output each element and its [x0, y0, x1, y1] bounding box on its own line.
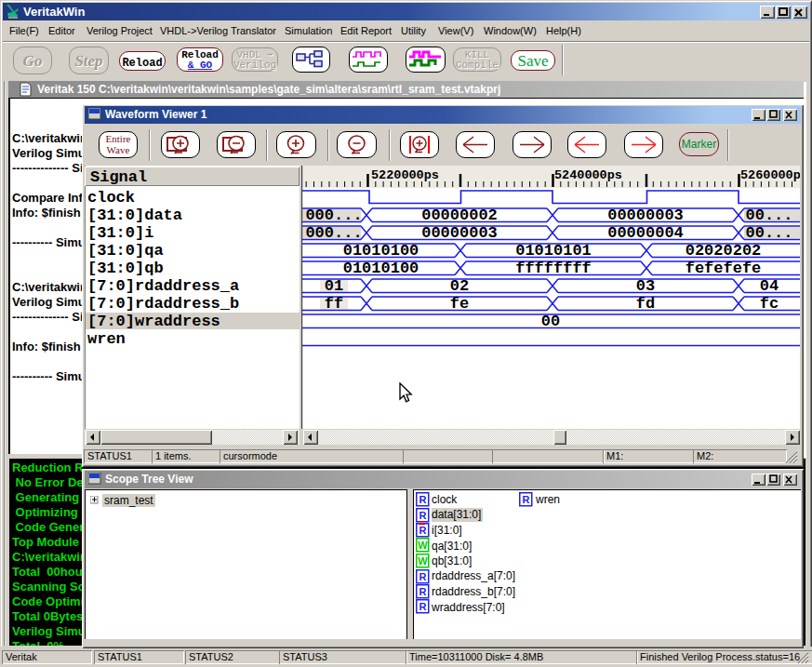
svg-text:01010101: 01010101: [515, 242, 592, 260]
svg-text:5260000ps: 5260000ps: [740, 168, 800, 182]
svg-text:00...: 00...: [745, 207, 792, 224]
svg-text:fefefefe: fefefefe: [686, 260, 762, 277]
svg-text:R: R: [523, 494, 530, 505]
svg-text:R: R: [419, 494, 427, 505]
svg-text:fe: fe: [450, 295, 469, 313]
svg-text:R: R: [419, 525, 427, 536]
svg-text:5220000ps: 5220000ps: [371, 168, 439, 182]
svg-text:W: W: [418, 540, 428, 551]
svg-text:000...: 000...: [305, 224, 362, 242]
svg-text:R: R: [419, 586, 427, 597]
svg-text:03: 03: [636, 277, 655, 295]
svg-text:04: 04: [760, 277, 779, 295]
svg-text:01: 01: [325, 277, 343, 295]
svg-text:01010100: 01010100: [343, 260, 419, 277]
svg-text:01010100: 01010100: [343, 242, 419, 260]
svg-text:02020202: 02020202: [686, 242, 762, 260]
svg-text:00000003: 00000003: [607, 207, 684, 224]
svg-text:fd: fd: [636, 295, 655, 313]
svg-text:5240000ps: 5240000ps: [554, 168, 622, 182]
svg-text:W: W: [418, 555, 428, 567]
svg-text:ffffffff: ffffffff: [515, 260, 592, 277]
svg-text:00: 00: [541, 313, 560, 330]
svg-text:00000004: 00000004: [607, 224, 684, 242]
svg-text:00000002: 00000002: [421, 207, 498, 224]
svg-text:02: 02: [450, 277, 469, 295]
svg-text:R: R: [419, 571, 427, 582]
svg-text:fc: fc: [760, 295, 779, 313]
svg-text:00000003: 00000003: [421, 224, 498, 242]
svg-text:R: R: [419, 510, 427, 521]
svg-text:R: R: [419, 601, 427, 612]
svg-text:00...: 00...: [745, 224, 792, 242]
svg-text:ff: ff: [325, 295, 343, 313]
svg-text:000...: 000...: [305, 207, 362, 224]
